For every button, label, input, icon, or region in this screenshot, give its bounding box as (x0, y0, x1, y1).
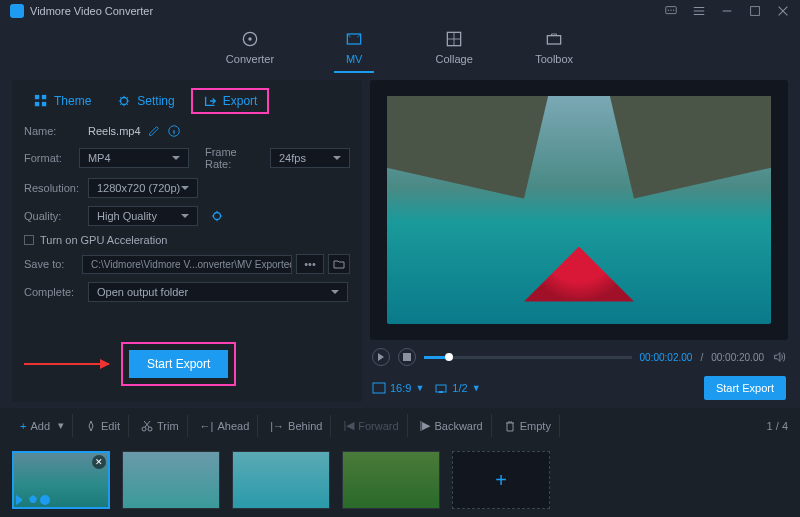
minimize-icon[interactable] (720, 4, 734, 18)
nav-mv[interactable]: MV (334, 29, 374, 73)
behind-button[interactable]: |→Behind (262, 415, 331, 437)
tab-export[interactable]: Export (191, 88, 270, 114)
svg-point-3 (673, 9, 674, 10)
start-export-button-right[interactable]: Start Export (704, 376, 786, 400)
maximize-icon[interactable] (748, 4, 762, 18)
framerate-select[interactable]: 24fps (270, 148, 350, 168)
menu-icon[interactable] (692, 4, 706, 18)
tab-theme[interactable]: Theme (24, 88, 101, 114)
annotation-arrow (24, 363, 109, 365)
gpu-checkbox[interactable]: Turn on GPU Acceleration (24, 234, 350, 246)
clip-thumb-3[interactable] (232, 451, 330, 509)
saveto-label: Save to: (24, 258, 76, 270)
ahead-button[interactable]: ←|Ahead (192, 415, 259, 437)
resolution-select[interactable]: 1280x720 (720p) (88, 178, 198, 198)
svg-rect-19 (436, 385, 446, 392)
browse-button[interactable]: ••• (296, 254, 324, 274)
tab-setting[interactable]: Setting (107, 88, 184, 114)
save-path-input[interactable]: C:\Vidmore\Vidmore V...onverter\MV Expor… (82, 255, 292, 274)
nav-converter[interactable]: Converter (226, 29, 274, 73)
aspect-ratio-button[interactable]: 16:9▼ (372, 382, 424, 394)
svg-rect-20 (439, 391, 443, 393)
time-current: 00:00:02.00 (640, 352, 693, 363)
svg-rect-10 (35, 95, 39, 99)
add-button[interactable]: +Add▾ (12, 414, 73, 437)
svg-point-14 (121, 98, 128, 105)
remove-clip-icon[interactable]: ✕ (92, 455, 106, 469)
trim-button[interactable]: Trim (133, 415, 188, 437)
forward-button[interactable]: |◀Forward (335, 414, 407, 437)
progress-bar[interactable] (424, 356, 632, 359)
format-label: Format: (24, 152, 73, 164)
svg-point-1 (668, 9, 669, 10)
nav-toolbox[interactable]: Toolbox (534, 29, 574, 73)
clip-thumb-4[interactable] (342, 451, 440, 509)
empty-button[interactable]: Empty (496, 415, 560, 437)
svg-rect-17 (403, 353, 411, 361)
quality-select[interactable]: High Quality (88, 206, 198, 226)
nav-collage[interactable]: Collage (434, 29, 474, 73)
start-export-button[interactable]: Start Export (129, 350, 228, 378)
quality-label: Quality: (24, 210, 82, 222)
app-logo (10, 4, 24, 18)
format-select[interactable]: MP4 (79, 148, 189, 168)
svg-point-16 (214, 213, 221, 220)
svg-rect-18 (373, 383, 385, 393)
backward-button[interactable]: |▶Backward (412, 414, 492, 437)
complete-label: Complete: (24, 286, 82, 298)
edit-button[interactable]: Edit (77, 415, 129, 437)
clip-thumb-2[interactable] (122, 451, 220, 509)
time-total: 00:00:20.00 (711, 352, 764, 363)
svg-point-22 (148, 427, 152, 431)
svg-rect-11 (42, 95, 46, 99)
svg-rect-9 (547, 36, 560, 44)
complete-select[interactable]: Open output folder (88, 282, 348, 302)
preview-panel (370, 80, 788, 340)
svg-point-21 (142, 427, 146, 431)
stop-button[interactable] (398, 348, 416, 366)
quality-settings-icon[interactable] (210, 209, 224, 223)
add-clip-button[interactable]: + (452, 451, 550, 509)
framerate-label: Frame Rate: (205, 146, 264, 170)
svg-point-2 (670, 9, 671, 10)
svg-rect-12 (35, 102, 39, 106)
svg-point-6 (248, 37, 251, 40)
clip-thumb-1[interactable]: ✕ (12, 451, 110, 509)
resolution-label: Resolution: (24, 182, 82, 194)
clip-counter: 1 / 4 (767, 420, 788, 432)
zoom-button[interactable]: 1/2▼ (434, 382, 480, 394)
svg-rect-13 (42, 102, 46, 106)
play-button[interactable] (372, 348, 390, 366)
open-folder-icon[interactable] (328, 254, 350, 274)
annotation-highlight: Start Export (121, 342, 236, 386)
feedback-icon[interactable] (664, 4, 678, 18)
svg-rect-4 (751, 7, 760, 16)
name-value: Reels.mp4 (88, 125, 141, 137)
info-icon[interactable] (167, 124, 181, 138)
name-label: Name: (24, 125, 82, 137)
close-icon[interactable] (776, 4, 790, 18)
app-title: Vidmore Video Converter (30, 5, 664, 17)
edit-name-icon[interactable] (147, 124, 161, 138)
volume-icon[interactable] (772, 350, 786, 364)
